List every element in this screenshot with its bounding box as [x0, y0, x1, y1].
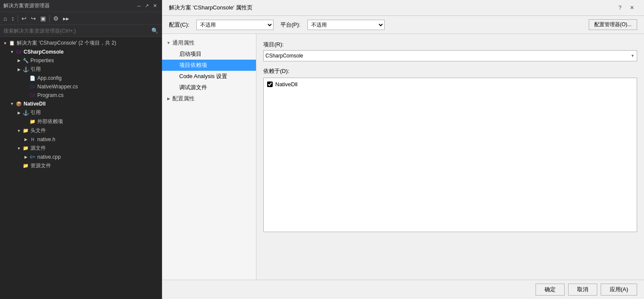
expand-resources	[15, 163, 22, 169]
sync-button[interactable]: ↕	[9, 14, 16, 23]
expand-nativecpp: ▶	[22, 154, 29, 160]
dialog-tree: ▼ 通用属性 启动项目 项目依赖项 Code Analysis 设置	[162, 34, 256, 280]
solution-tree: ▼ 📋 解决方案 'CSharpConsole' (2 个项目，共 2) ▼ C…	[0, 37, 162, 299]
dtree-item-debugsource[interactable]: 调试源文件	[162, 82, 256, 93]
dep-item-nativedll: NativeDll	[265, 80, 635, 89]
expand-debugsource	[172, 85, 178, 91]
tree-item-properties[interactable]: ▶ 🔧 Properties	[0, 56, 162, 65]
tree-item-ref1[interactable]: ▶ ⚓ 引用	[0, 65, 162, 74]
dtree-item-configprops[interactable]: ▶ 配置属性	[162, 93, 256, 104]
cancel-button[interactable]: 取消	[568, 284, 597, 296]
expand-sources: ▼	[15, 145, 22, 152]
startup-label: 启动项目	[179, 50, 202, 58]
apply-button[interactable]: 应用(A)	[601, 284, 637, 296]
project-group: 项目(R): CSharpComsole	[263, 41, 637, 61]
dialog-title: 解决方案 'CSharpConsole' 属性页	[169, 4, 253, 12]
expand-appconfig	[22, 75, 29, 82]
tree-item-resources[interactable]: 📁 资源文件	[0, 161, 162, 170]
configprops-label: 配置属性	[172, 95, 195, 103]
tree-item-nativeh[interactable]: ▶ H native.h	[0, 135, 162, 144]
solution-explorer-panel: 解决方案资源管理器 ─ ↗ ✕ ⌂ ↕ ↩ ↪ ▣ ⚙ ▸▸ 🔍 ▼ 📋 解决方…	[0, 0, 162, 299]
tree-item-program[interactable]: C# Program.cs	[0, 91, 162, 100]
filter-button[interactable]: ▣	[39, 14, 48, 23]
sources-icon: 📁	[22, 145, 29, 152]
toolbar-separator-1	[18, 15, 18, 22]
ref2-icon: ⚓	[22, 109, 29, 116]
ref1-label: 引用	[30, 66, 41, 73]
common-label: 通用属性	[172, 39, 195, 47]
expand-common: ▼	[166, 40, 172, 46]
config-select[interactable]: 不适用	[196, 20, 274, 30]
expand-configprops: ▶	[166, 96, 172, 102]
expand-codeanalysis	[172, 73, 178, 79]
expand-headers: ▼	[15, 127, 22, 134]
dtree-item-codeanalysis[interactable]: Code Analysis 设置	[162, 71, 256, 82]
close-panel-button[interactable]: ✕	[152, 3, 158, 9]
tree-item-nativecpp[interactable]: ▶ C+ native.cpp	[0, 153, 162, 161]
search-icon: 🔍	[151, 27, 158, 34]
properties-dialog: 解决方案 'CSharpConsole' 属性页 ? ✕ 配置(C): 不适用 …	[162, 0, 644, 299]
nativecpp-label: native.cpp	[37, 154, 61, 160]
headers-icon: 📁	[22, 127, 29, 134]
dep-checkbox-nativedll[interactable]	[267, 82, 273, 87]
nativecpp-icon: C+	[29, 154, 36, 160]
project-select[interactable]: CSharpComsole	[263, 50, 637, 61]
more-button[interactable]: ▸▸	[61, 14, 71, 23]
close-dialog-button[interactable]: ✕	[627, 3, 637, 12]
dialog-controls: ? ✕	[615, 3, 637, 12]
tree-item-appconfig[interactable]: 📄 App.config	[0, 74, 162, 82]
expand-properties: ▶	[15, 57, 22, 64]
nativewrapper-icon: C#	[29, 83, 36, 90]
back-button[interactable]: ↩	[20, 14, 28, 23]
float-button[interactable]: ↗	[144, 3, 150, 9]
pin-button[interactable]: ─	[136, 3, 142, 9]
project-label: 项目(R):	[263, 41, 637, 48]
expand-program	[22, 92, 29, 99]
config-label: 配置(C):	[169, 21, 190, 29]
dtree-item-common[interactable]: ▼ 通用属性	[162, 37, 256, 48]
expand-solution: ▼	[2, 40, 9, 47]
appconfig-label: App.config	[37, 75, 62, 81]
tree-item-csharpcomsole[interactable]: ▼ C# CSharpComsole	[0, 48, 162, 56]
csharp-project-icon: C#	[15, 48, 22, 55]
properties-label: Properties	[30, 57, 54, 63]
nativewrapper-label: NativeWrapper.cs	[37, 84, 78, 90]
ref2-label: 引用	[30, 109, 41, 116]
panel-toolbar: ⌂ ↕ ↩ ↪ ▣ ⚙ ▸▸	[0, 12, 162, 25]
project-select-wrapper: CSharpComsole	[263, 50, 637, 61]
dtree-item-projdeps[interactable]: 项目依赖项	[162, 60, 256, 71]
config-manager-button[interactable]: 配置管理器(O)...	[589, 19, 637, 30]
nativeh-icon: H	[29, 136, 36, 143]
appconfig-icon: 📄	[29, 75, 36, 82]
tree-item-sources[interactable]: ▼ 📁 源文件	[0, 144, 162, 153]
ok-button[interactable]: 确定	[536, 284, 565, 296]
expand-nativeh: ▶	[22, 136, 29, 143]
platform-select[interactable]: 不适用	[307, 20, 385, 30]
settings-button[interactable]: ⚙	[51, 14, 60, 23]
properties-icon: 🔧	[22, 57, 29, 64]
solution-icon: 📋	[9, 40, 15, 47]
home-button[interactable]: ⌂	[2, 14, 9, 23]
dtree-item-startup[interactable]: 启动项目	[162, 48, 256, 60]
tree-item-nativewrapper[interactable]: C# NativeWrapper.cs	[0, 82, 162, 91]
expand-startup	[172, 51, 178, 57]
forward-button[interactable]: ↪	[29, 14, 38, 23]
expand-ref2: ▶	[15, 109, 22, 116]
csharp-project-label: CSharpComsole	[24, 49, 63, 55]
tree-item-headers[interactable]: ▼ 📁 头文件	[0, 126, 162, 135]
search-input[interactable]	[3, 28, 149, 34]
tree-item-nativedll[interactable]: ▼ 📦 NativeDll	[0, 100, 162, 108]
panel-controls: ─ ↗ ✕	[136, 3, 158, 9]
tree-item-external[interactable]: 📁 外部依赖项	[0, 117, 162, 126]
expand-ref1: ▶	[15, 66, 22, 73]
projdeps-label: 项目依赖项	[179, 61, 207, 69]
expand-nativewrapper	[22, 83, 29, 90]
platform-label: 平台(P):	[280, 21, 301, 29]
expand-projdeps	[172, 62, 178, 68]
tree-item-solution[interactable]: ▼ 📋 解决方案 'CSharpConsole' (2 个项目，共 2)	[0, 39, 162, 48]
solution-label: 解决方案 'CSharpConsole' (2 个项目，共 2)	[17, 39, 116, 47]
tree-item-ref2[interactable]: ▶ ⚓ 引用	[0, 108, 162, 117]
expand-nativedll: ▼	[9, 100, 15, 107]
help-button[interactable]: ?	[615, 3, 625, 12]
dialog-footer: 确定 取消 应用(A)	[162, 280, 644, 299]
